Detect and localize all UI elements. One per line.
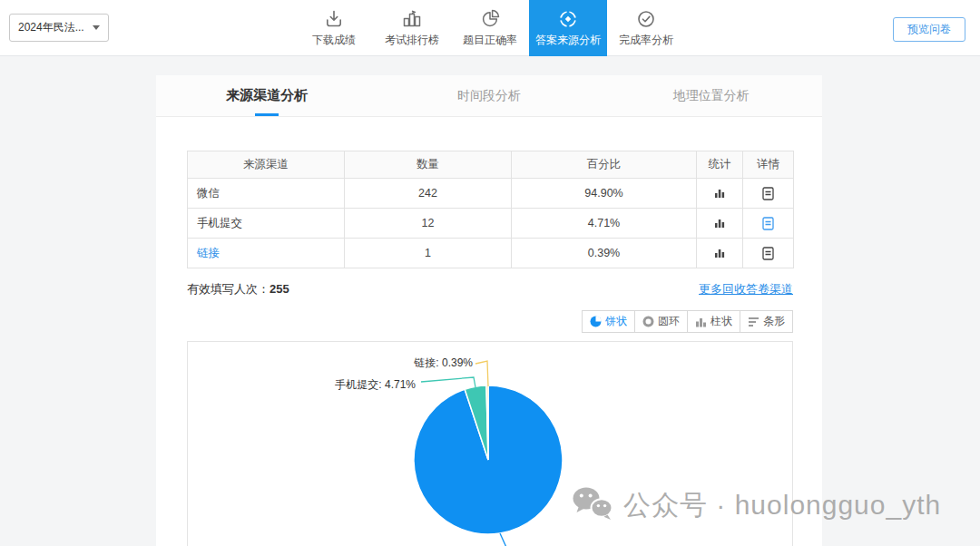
toolbar-item-label: 答案来源分析: [535, 33, 601, 48]
chart-type-donut-button[interactable]: 圆环: [634, 310, 688, 333]
toolbar-item-label: 完成率分析: [619, 33, 673, 48]
chart-type-label: 圆环: [658, 314, 680, 329]
label-leader-line: [475, 361, 488, 386]
toolbar-item-label: 题目正确率: [463, 33, 517, 48]
download-icon: [323, 8, 345, 30]
col-header-percent: 百分比: [512, 151, 697, 179]
ranking-icon: [401, 8, 423, 30]
chart-type-column-button[interactable]: 柱状: [687, 310, 740, 333]
percent-cell: 4.71%: [512, 209, 697, 239]
check-circle-icon: [635, 8, 657, 30]
pie-chart-icon: [479, 8, 501, 30]
target-icon: [557, 8, 579, 30]
tab-label: 时间段分析: [457, 88, 521, 104]
chart-type-switcher: 饼状 圆环 柱状 条形: [187, 310, 793, 333]
toolbar-item-label: 下载成绩: [312, 33, 356, 48]
bar-chart-icon: [748, 316, 760, 327]
percent-cell: 0.39%: [512, 239, 697, 268]
detail-document-icon[interactable]: [762, 187, 774, 200]
toolbar-item-download-scores[interactable]: 下载成绩: [295, 0, 373, 56]
count-cell: 1: [345, 239, 512, 268]
detail-document-icon[interactable]: [762, 217, 774, 230]
donut-icon: [642, 316, 654, 327]
chart-type-label: 饼状: [605, 314, 627, 329]
analysis-tabbar: 来源渠道分析 时间段分析 地理位置分析: [156, 75, 822, 117]
tab-label: 地理位置分析: [673, 88, 750, 104]
col-header-stats: 统计: [697, 151, 743, 179]
label-leader-line: [500, 533, 514, 546]
chart-type-bar-button[interactable]: 条形: [740, 310, 793, 333]
column-chart-icon: [695, 316, 707, 327]
detail-document-icon[interactable]: [762, 247, 774, 260]
tab-geo-location[interactable]: 地理位置分析: [600, 75, 822, 116]
valid-respondents-text: 有效填写人次：255: [187, 281, 289, 297]
more-channels-link[interactable]: 更多回收答卷渠道: [699, 281, 793, 297]
bar-stats-icon[interactable]: [713, 247, 726, 259]
bar-stats-icon[interactable]: [713, 217, 726, 229]
pie-label-phone: 手机提交: 4.71%: [335, 377, 416, 393]
toolbar-item-completion-rate[interactable]: 完成率分析: [607, 0, 685, 56]
top-header: 2024年民法... 下载成绩 考试排行榜: [0, 0, 980, 56]
table-row: 微信 242 94.90%: [188, 179, 794, 209]
toolbar-item-answer-source-analysis[interactable]: 答案来源分析: [529, 0, 607, 56]
bar-stats-icon[interactable]: [713, 187, 726, 200]
preview-survey-button[interactable]: 预览问卷: [893, 17, 965, 42]
col-header-count: 数量: [345, 151, 512, 179]
chart-type-label: 条形: [763, 314, 785, 329]
toolbar-item-exam-ranking[interactable]: 考试排行榜: [373, 0, 451, 56]
channel-link[interactable]: 链接: [197, 247, 220, 259]
count-cell: 242: [345, 179, 512, 209]
percent-cell: 94.90%: [512, 179, 697, 209]
pie-chart: [188, 342, 794, 546]
table-header-row: 来源渠道 数量 百分比 统计 详情: [188, 151, 794, 179]
channel-cell: 微信: [188, 179, 345, 209]
active-tab-underline: [255, 113, 279, 116]
analysis-toolbar: 下载成绩 考试排行榜 题目正确率: [0, 0, 980, 56]
tab-time-period[interactable]: 时间段分析: [378, 75, 601, 116]
valid-respondents-value: 255: [270, 282, 289, 296]
valid-respondents-label: 有效填写人次：: [187, 282, 270, 296]
pie-icon: [590, 316, 602, 327]
pie-chart-container: 链接: 0.39% 手机提交: 4.71%: [187, 341, 793, 546]
col-header-channel: 来源渠道: [188, 151, 345, 179]
summary-row: 有效填写人次：255 更多回收答卷渠道: [187, 281, 793, 297]
channel-cell: 手机提交: [188, 209, 345, 239]
tab-content: 来源渠道 数量 百分比 统计 详情 微信 242 94.90% 手机提交 12: [156, 151, 822, 546]
pie-label-link: 链接: 0.39%: [414, 356, 473, 371]
table-row: 手机提交 12 4.71%: [188, 209, 794, 239]
count-cell: 12: [345, 209, 512, 239]
tab-label: 来源渠道分析: [226, 87, 308, 104]
chart-type-pie-button[interactable]: 饼状: [582, 310, 635, 333]
col-header-detail: 详情: [743, 151, 794, 179]
table-row: 链接 1 0.39%: [188, 239, 794, 268]
chart-type-label: 柱状: [710, 314, 732, 329]
source-channel-table: 来源渠道 数量 百分比 统计 详情 微信 242 94.90% 手机提交 12: [187, 151, 794, 268]
toolbar-item-label: 考试排行榜: [385, 33, 439, 48]
tab-source-channel[interactable]: 来源渠道分析: [156, 75, 378, 116]
label-leader-line: [421, 377, 475, 387]
toolbar-item-question-accuracy[interactable]: 题目正确率: [451, 0, 529, 56]
analysis-panel: 来源渠道分析 时间段分析 地理位置分析 来源渠道 数量 百分比 统计 详情 微信…: [156, 75, 822, 546]
